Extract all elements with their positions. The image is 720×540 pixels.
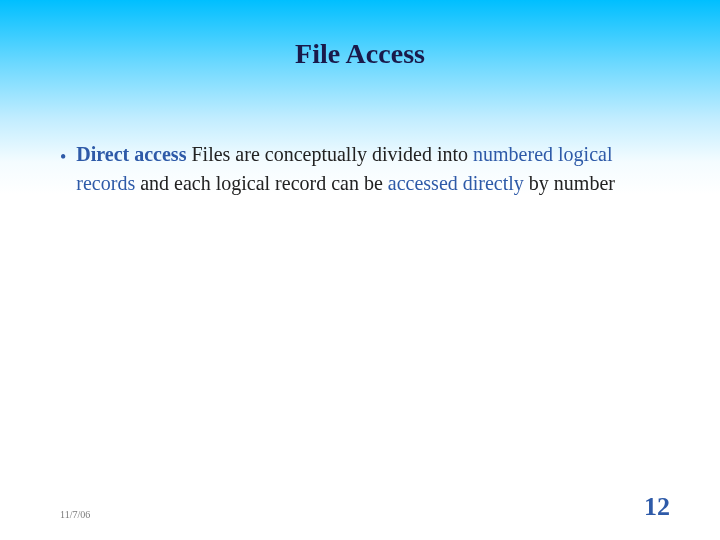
content-area: • Direct access Files are conceptually d… bbox=[60, 140, 660, 198]
bullet-post: by number bbox=[524, 172, 615, 194]
bullet-item: • Direct access Files are conceptually d… bbox=[60, 140, 660, 198]
slide-title: File Access bbox=[0, 38, 720, 70]
bullet-text: Direct access Files are conceptually div… bbox=[76, 140, 660, 198]
bullet-term: Direct access bbox=[76, 143, 186, 165]
bullet-highlight-2: accessed directly bbox=[388, 172, 524, 194]
bullet-pre: Files are conceptually divided into bbox=[186, 143, 473, 165]
bullet-marker-icon: • bbox=[60, 144, 66, 170]
footer-date: 11/7/06 bbox=[60, 509, 90, 520]
slide-number: 12 bbox=[644, 492, 670, 522]
bullet-mid: and each logical record can be bbox=[135, 172, 388, 194]
